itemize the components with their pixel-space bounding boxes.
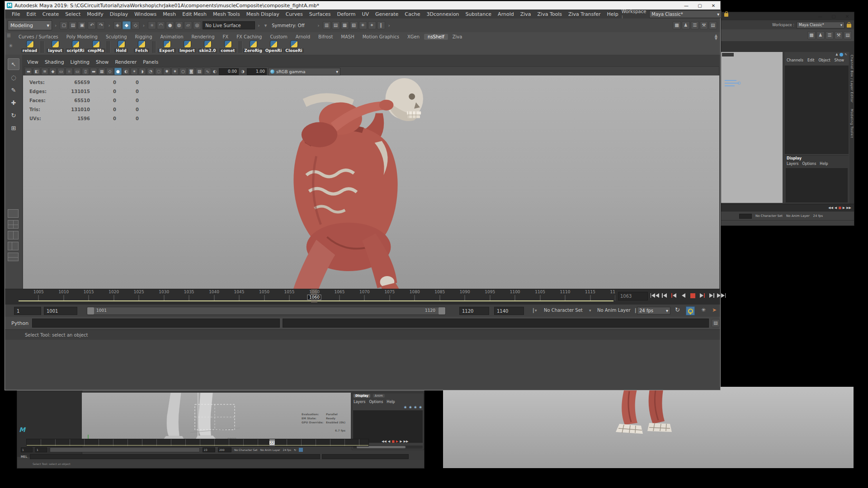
mini-anim-layer[interactable]: No Anim Layer [260,448,280,451]
bookmark-icon[interactable]: ◆ [49,68,57,75]
panel-menu-chip[interactable] [722,53,734,56]
shelf-tab-mash[interactable]: MASH [337,34,358,40]
snap-grid-icon[interactable]: ⌗ [148,21,156,29]
make-live-icon[interactable]: ◎ [193,21,201,29]
render-sequence-icon[interactable]: ▧ [350,21,358,29]
right-mini-playback[interactable]: ◀◀◀■▶▶▶ [828,206,851,210]
menu-show[interactable]: Show [835,58,844,62]
mini-anim-start-field[interactable]: 1 [21,447,33,452]
range-slider[interactable]: 1001 1120 [87,307,446,315]
menu-windows[interactable]: Windows [131,11,160,17]
mini-playback-controls[interactable]: ◀◀◀■▶▶▶▶ [382,440,408,443]
light-editor-icon[interactable]: ✶ [368,21,376,29]
film-gate-icon[interactable]: ▭ [74,68,81,75]
layout-persp-graph-button[interactable] [8,253,19,261]
exposure-field[interactable]: 0.00 [219,68,239,75]
menu-file[interactable]: File [9,11,23,17]
render-view-icon[interactable]: ▥ [323,21,331,29]
range-start-handle[interactable] [87,307,94,314]
pencil-icon[interactable]: ✎ [844,53,847,56]
gamma-icon[interactable]: ◑ [241,68,245,75]
shelf-item-comet[interactable]: comet [218,40,237,53]
paint-select-tool-button[interactable]: ✎ [8,84,19,95]
res-gate-icon[interactable]: ▯ [82,68,89,75]
current-time-field[interactable]: 1063 [618,292,648,300]
move-tool-button[interactable]: ✚ [8,97,19,108]
modeling-toolkit-icon[interactable]: ▩ [807,31,816,39]
range-field[interactable] [739,214,752,219]
select-tool-button[interactable]: ↖ [8,58,19,70]
go-to-start-button[interactable] [651,291,659,300]
eye-icon[interactable]: ◉ [409,405,412,409]
shelf-tab-motion-graphics[interactable]: Motion Graphics [359,34,403,40]
step-forward-frame-button[interactable] [708,291,716,300]
snap-projected-icon[interactable]: ◍ [175,21,183,29]
character-set[interactable]: No Character Set [755,214,783,218]
live-surface-field[interactable]: No Live Surface [203,21,255,29]
mini-command-input[interactable] [30,454,320,459]
ipr-render-icon[interactable]: ▦ [341,21,349,29]
tab-display[interactable]: Display [787,156,802,160]
camcorder-icon[interactable]: ▬ [25,68,32,75]
render-current-icon[interactable]: ▤ [332,21,340,29]
stop-icon[interactable]: ■ [838,206,841,210]
save-scene-icon[interactable]: ▣ [78,21,86,29]
go-to-start-icon[interactable]: ◀◀ [382,440,387,443]
person-icon[interactable]: ♟ [835,53,838,56]
panel-menu-panels[interactable]: Panels [140,59,161,65]
go-start-icon[interactable]: ◀◀ [828,206,833,210]
right-mini-viewport[interactable] [721,52,783,203]
menu-options[interactable]: Options [369,400,383,404]
open-scene-icon[interactable]: ▤ [69,21,77,29]
rotate-tool-button[interactable]: ↻ [8,110,19,121]
shelf-tab-animation[interactable]: Animation [157,34,187,40]
symmetry-field[interactable]: Symmetry: Off [269,22,315,29]
mini-command-result[interactable] [322,454,409,459]
loop-icon[interactable]: ↻ [294,448,296,451]
go-end-icon[interactable]: ▶▶ [846,206,851,210]
menu-arnold[interactable]: Arnold [495,11,517,17]
close-button[interactable]: ✕ [707,3,720,8]
lock-icon[interactable] [724,13,728,17]
character-controls-icon[interactable]: ♟ [682,21,690,29]
shelf-item-closeri[interactable]: CloseRi [284,40,303,53]
minimize-button[interactable]: — [679,3,693,8]
eye-icon[interactable]: ◉ [414,405,417,409]
shelf-item-openri[interactable]: OpenRi [264,40,283,53]
layout-persp-outliner-button[interactable] [8,242,19,250]
script-editor-icon[interactable]: ▤ [712,319,720,327]
shelf-item-export[interactable]: Export [157,40,176,53]
panel-menu-shading[interactable]: Shading [42,59,67,65]
snap-view-plane-icon[interactable]: ▱ [184,21,192,29]
shelf-item-scriptri[interactable]: scriptRi [66,40,85,53]
eye-icon[interactable]: ◉ [404,405,407,409]
menu-edit-mesh[interactable]: Edit Mesh [179,11,210,17]
textured-icon[interactable]: ◐ [123,68,130,75]
shelf-tab-poly-modeling[interactable]: Poly Modeling [63,34,101,40]
step-back-frame-button[interactable] [660,291,669,300]
shelf-tab-rigging[interactable]: Rigging [132,34,156,40]
stop-button[interactable] [689,291,697,300]
all-lights-icon[interactable]: ✷ [171,68,179,75]
xray-joints-icon[interactable]: ∿ [204,68,211,75]
shelf-item-reload[interactable]: reload [20,40,39,53]
channel-box-icon[interactable]: ▤ [709,21,717,29]
shelf-tab-arnold[interactable]: Arnold [292,34,314,40]
layout-single-pane-button[interactable] [8,209,19,218]
command-input[interactable] [32,319,279,328]
screen-ao-icon[interactable]: ◔ [147,68,154,75]
lasso-tool-button[interactable]: ◌ [8,72,19,83]
shaded-icon[interactable]: ● [114,68,122,75]
camera-attributes-icon[interactable]: ≡ [41,68,48,75]
exposure-icon[interactable]: ◐ [212,68,217,75]
gear-icon[interactable]: ✳ [9,43,13,49]
menu-ziva-transfer[interactable]: Ziva Transfer [565,11,604,17]
menu-curves[interactable]: Curves [283,11,306,17]
menu-create[interactable]: Create [39,11,62,17]
menu-mesh-display[interactable]: Mesh Display [243,11,283,17]
select-hierarchy-icon[interactable]: ◈ [113,21,122,29]
fps-dropdown[interactable]: 24 fps▾ [637,307,670,314]
eye-icon[interactable]: ◉ [419,405,422,409]
stop-icon[interactable]: ■ [392,440,395,443]
menu-3dconnexion[interactable]: 3Dconnexion [424,11,462,17]
